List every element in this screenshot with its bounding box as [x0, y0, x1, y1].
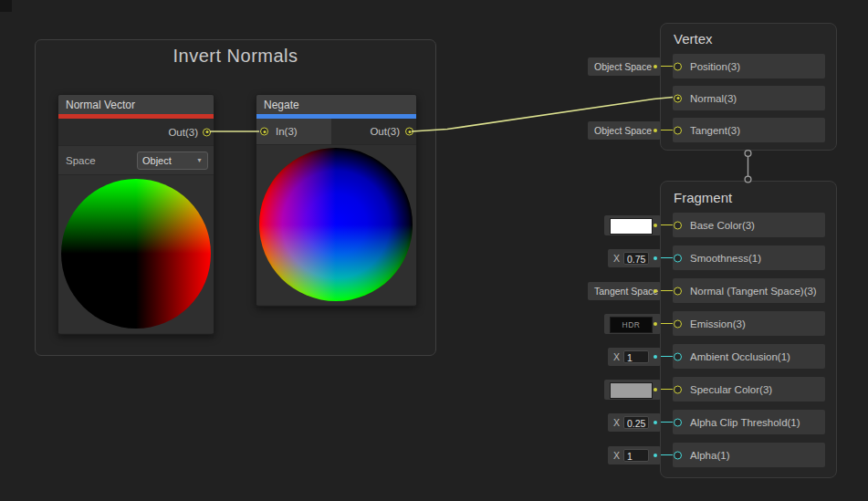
shader-graph-canvas[interactable]: Invert Normals Normal Vector Out(3) Spac…: [0, 0, 868, 501]
row-label: Smoothness(1): [690, 253, 761, 264]
tangent-port[interactable]: [674, 126, 682, 134]
widget-port-dot: [654, 129, 657, 132]
node-title-bar[interactable]: Normal Vector: [58, 95, 214, 114]
space-selector-label: Object Space: [588, 61, 652, 72]
row-ambient-occlusion[interactable]: X 1 Ambient Occlusion(1): [673, 344, 825, 369]
space-selector-widget[interactable]: Object Space: [588, 121, 661, 140]
row-label: Alpha(1): [690, 450, 729, 461]
node-title: Normal Vector: [66, 99, 135, 111]
space-setting-row: Space Object ▼: [58, 145, 214, 174]
row-emission[interactable]: HDR Emission(3): [673, 311, 825, 336]
hdr-color-swatch[interactable]: HDR: [610, 317, 653, 333]
row-base-color[interactable]: Base Color(3): [673, 213, 825, 237]
row-specular-color[interactable]: Specular Color(3): [673, 377, 825, 402]
x-component-label: X: [613, 417, 620, 428]
float-value-field[interactable]: 0.75: [623, 252, 649, 265]
normal-vector-preview-sphere: [61, 179, 211, 329]
hdr-color-swatch-widget[interactable]: HDR: [604, 314, 661, 334]
block-connector-top-dot: [745, 151, 751, 157]
color-swatch-widget[interactable]: [604, 215, 661, 235]
node-negate[interactable]: Negate In(3) Out(3): [256, 94, 417, 307]
group-title: Invert Normals: [36, 46, 435, 67]
row-label: Position(3): [690, 61, 740, 72]
widget-port-dot: [654, 322, 657, 326]
specular-color-port[interactable]: [674, 385, 682, 393]
block-title: Vertex: [674, 31, 713, 47]
row-label: Normal(3): [690, 93, 737, 104]
node-title-bar[interactable]: Negate: [256, 95, 416, 114]
output-port[interactable]: [203, 128, 211, 136]
x-component-label: X: [613, 253, 620, 264]
window-corner: [0, 0, 12, 12]
float-field-widget[interactable]: X 0.75: [608, 249, 661, 267]
color-swatch[interactable]: [610, 218, 653, 235]
widget-port-dot: [654, 454, 657, 457]
widget-port-dot: [654, 289, 657, 293]
node-normal-vector[interactable]: Normal Vector Out(3) Space Object ▼: [58, 94, 214, 335]
color-swatch-widget[interactable]: [604, 380, 661, 400]
float-field-widget[interactable]: X 0.25: [608, 413, 661, 432]
row-label: Normal (Tangent Space)(3): [690, 286, 817, 297]
block-title: Fragment: [674, 190, 732, 205]
float-field-widget[interactable]: X 1: [608, 348, 661, 366]
row-label: Emission(3): [690, 318, 746, 329]
ambient-occlusion-port[interactable]: [674, 352, 682, 360]
widget-port-dot: [654, 65, 657, 68]
emission-port[interactable]: [674, 319, 682, 328]
row-normal-tangent-space[interactable]: Tangent Space Normal (Tangent Space)(3): [673, 278, 825, 303]
normal-port[interactable]: [674, 94, 682, 102]
base-color-port[interactable]: [674, 221, 682, 229]
float-field-widget[interactable]: X 1: [608, 446, 661, 464]
ports-row: In(3) Out(3): [256, 119, 416, 144]
output-port-row: Out(3): [58, 119, 214, 145]
space-selector-label: Tangent Space: [588, 286, 658, 297]
widget-port-dot: [654, 421, 657, 424]
color-swatch[interactable]: [610, 382, 653, 399]
node-preview: [256, 144, 416, 305]
space-selector-widget[interactable]: Object Space: [588, 57, 661, 76]
row-tangent[interactable]: Object Space Tangent(3): [673, 118, 825, 142]
widget-port-dot: [654, 388, 657, 391]
space-label: Space: [66, 155, 96, 166]
row-label: Specular Color(3): [690, 384, 772, 395]
widget-port-dot: [654, 224, 657, 227]
float-value-field[interactable]: 1: [623, 449, 649, 462]
space-dropdown-value: Object: [142, 155, 172, 166]
x-component-label: X: [613, 351, 620, 362]
port-label-out: Out(3): [370, 126, 400, 137]
space-selector-label: Object Space: [588, 125, 652, 136]
smoothness-port[interactable]: [674, 254, 682, 262]
node-title: Negate: [264, 99, 299, 111]
row-normal[interactable]: Normal(3): [673, 86, 825, 110]
x-component-label: X: [613, 450, 620, 461]
normal-tangent-space-port[interactable]: [674, 287, 682, 295]
row-label: Tangent(3): [690, 125, 740, 136]
space-selector-widget[interactable]: Tangent Space: [588, 282, 661, 300]
space-dropdown[interactable]: Object ▼: [137, 151, 208, 170]
float-value-field[interactable]: 0.25: [623, 416, 649, 429]
output-port[interactable]: [405, 128, 413, 136]
position-port[interactable]: [674, 62, 682, 70]
alpha-clip-threshold-port[interactable]: [674, 418, 682, 426]
port-label-out: Out(3): [168, 127, 198, 138]
port-label-in: In(3): [276, 126, 298, 137]
negate-preview-sphere: [259, 148, 413, 301]
chevron-down-icon: ▼: [196, 157, 203, 163]
widget-port-dot: [654, 355, 657, 359]
row-label: Alpha Clip Threshold(1): [690, 417, 800, 428]
row-smoothness[interactable]: X 0.75 Smoothness(1): [673, 245, 825, 270]
node-preview: [58, 174, 214, 333]
widget-port-dot: [654, 256, 657, 260]
hdr-badge: HDR: [622, 320, 641, 329]
row-alpha[interactable]: X 1 Alpha(1): [673, 443, 825, 467]
input-port[interactable]: [260, 128, 268, 136]
vertex-block[interactable]: Vertex Object Space Position(3) Normal(3…: [660, 23, 837, 151]
alpha-port[interactable]: [674, 451, 682, 459]
row-label: Base Color(3): [690, 220, 755, 231]
row-alpha-clip-threshold[interactable]: X 0.25 Alpha Clip Threshold(1): [673, 410, 825, 434]
row-label: Ambient Occlusion(1): [690, 351, 790, 362]
row-position[interactable]: Object Space Position(3): [673, 54, 825, 78]
fragment-block[interactable]: Fragment Base Color(3) X 0.75 Smoothness…: [660, 181, 837, 478]
float-value-field[interactable]: 1: [623, 350, 649, 363]
